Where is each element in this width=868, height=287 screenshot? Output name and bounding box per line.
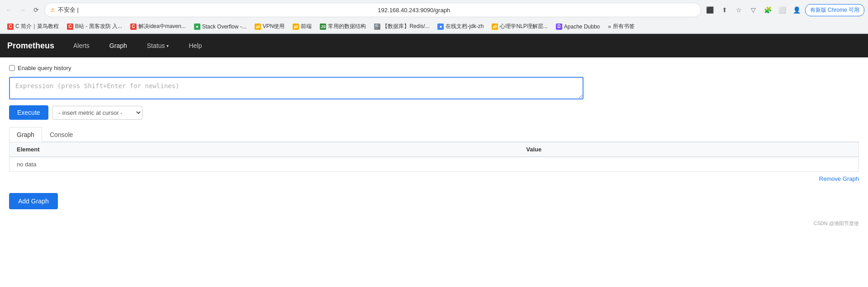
address-bar[interactable]: ⚠ 不安全 | 192.168.40.243:9090/graph xyxy=(44,3,701,17)
bookmark-icon: 📁 xyxy=(293,24,299,30)
bookmark-button[interactable]: ☆ xyxy=(733,4,745,16)
query-history-text: Enable query history xyxy=(18,65,71,71)
account-button[interactable]: 👤 xyxy=(791,4,803,16)
bookmark-icon: D xyxy=(556,24,562,30)
metric-selector[interactable]: - insert metric at cursor - xyxy=(52,106,142,120)
update-chrome-button[interactable]: 有新版 Chrome 可用 xyxy=(805,4,864,16)
extensions-button[interactable]: 🧩 xyxy=(762,4,774,16)
bookmark-label: C 简介｜菜鸟教程 xyxy=(15,23,59,30)
remove-graph-link[interactable]: Remove Graph xyxy=(819,175,859,182)
bookmark-redis[interactable]: 🔍 【数据库】Redis/... xyxy=(370,22,433,31)
forward-button[interactable]: → xyxy=(17,5,28,15)
bookmark-label: 所有书签 xyxy=(613,23,635,30)
window-button[interactable]: ⬜ xyxy=(776,4,789,16)
nav-status[interactable]: Status ▾ xyxy=(142,38,175,53)
prometheus-brand[interactable]: Prometheus xyxy=(7,41,54,51)
query-controls: Execute - insert metric at cursor - xyxy=(9,105,859,120)
bookmark-icon: 📁 xyxy=(255,24,261,30)
bookmark-label: 心理学NLP理解层... xyxy=(500,23,547,30)
profile-button[interactable]: ▽ xyxy=(747,4,760,16)
bookmark-label: B站 - 黑客攻防 入... xyxy=(75,23,122,30)
expression-input[interactable] xyxy=(9,77,583,99)
bookmark-icon: 📁 xyxy=(492,24,498,30)
nav-help[interactable]: Help xyxy=(183,38,207,53)
browser-actions: ⬛ ⬆ ☆ ▽ 🧩 ⬜ 👤 有新版 Chrome 可用 xyxy=(704,4,864,16)
bookmark-icon: 🔍 xyxy=(374,24,380,30)
nav-alerts[interactable]: Alerts xyxy=(68,38,95,53)
bookmark-label: 前端 xyxy=(301,23,312,30)
bookmark-maven[interactable]: C 解决idea中maven... xyxy=(127,22,190,31)
back-button[interactable]: ← xyxy=(4,5,14,15)
bookmark-label: 解决idea中maven... xyxy=(138,23,186,30)
tab-graph[interactable]: Graph xyxy=(9,127,42,142)
bookmark-data-structures[interactable]: JS 常用的数据结构 xyxy=(316,22,370,31)
url-text: 不安全 | xyxy=(58,6,375,14)
results-table: Element Value no data xyxy=(9,142,859,172)
bookmark-icon: ● xyxy=(194,24,200,30)
execute-button[interactable]: Execute xyxy=(9,105,48,120)
query-history-label[interactable]: Enable query history xyxy=(9,65,71,71)
bookmark-nlp[interactable]: 📁 心理学NLP理解层... xyxy=(488,22,551,31)
status-dropdown-arrow: ▾ xyxy=(166,43,169,48)
footer-text: CSDN @渔阳节度使 xyxy=(814,221,859,226)
bookmark-csdn-c[interactable]: C C 简介｜菜鸟教程 xyxy=(4,22,62,31)
add-graph-button[interactable]: Add Graph xyxy=(9,193,58,209)
bookmark-icon: JS xyxy=(320,24,326,30)
main-content: Enable query history Execute - insert me… xyxy=(0,57,868,216)
bookmark-jdk[interactable]: ● 在线文档-jdk-zh xyxy=(434,22,487,31)
share-button[interactable]: ⬆ xyxy=(718,4,731,16)
col-value-header: Value xyxy=(519,142,859,157)
browser-chrome: ← → ⟳ ⚠ 不安全 | 192.168.40.243:9090/graph … xyxy=(0,0,868,34)
query-history-row: Enable query history xyxy=(9,65,859,71)
tabs-row: Graph Console xyxy=(9,127,859,142)
bookmark-label: 在线文档-jdk-zh xyxy=(446,23,484,30)
bookmark-label: VPN使用 xyxy=(263,23,285,30)
bookmark-label: » xyxy=(608,24,611,30)
bookmark-label: Apache Dubbo xyxy=(564,24,600,30)
table-header-row: Element Value xyxy=(9,142,859,157)
bookmark-label: 【数据库】Redis/... xyxy=(382,23,429,30)
bookmark-vpn[interactable]: 📁 VPN使用 xyxy=(251,22,289,31)
bookmark-dubbo[interactable]: D Apache Dubbo xyxy=(552,23,603,31)
bookmark-label: Stack Overflow -... xyxy=(202,24,247,30)
reload-button[interactable]: ⟳ xyxy=(31,5,42,15)
bookmark-icon: ● xyxy=(437,24,444,30)
bookmark-all[interactable]: » 所有书签 xyxy=(604,22,638,31)
bookmark-frontend[interactable]: 📁 前端 xyxy=(289,22,315,31)
no-data-cell: no data xyxy=(9,157,859,172)
bookmark-icon: C xyxy=(67,24,73,30)
col-element-header: Element xyxy=(9,142,519,157)
remove-graph-row: Remove Graph xyxy=(9,172,859,186)
prometheus-navbar: Prometheus Alerts Graph Status ▾ Help xyxy=(0,34,868,57)
bookmark-icon: C xyxy=(130,24,137,30)
page-footer: CSDN @渔阳节度使 xyxy=(0,216,868,231)
tab-console[interactable]: Console xyxy=(42,127,81,142)
bookmark-label: 常用的数据结构 xyxy=(328,23,366,30)
query-history-checkbox[interactable] xyxy=(9,65,15,71)
nav-graph[interactable]: Graph xyxy=(104,38,133,53)
bookmark-stackoverflow[interactable]: ● Stack Overflow -... xyxy=(190,23,250,31)
browser-toolbar: ← → ⟳ ⚠ 不安全 | 192.168.40.243:9090/graph … xyxy=(0,0,868,20)
security-icon: ⚠ xyxy=(50,7,55,13)
cast-button[interactable]: ⬛ xyxy=(704,4,716,16)
url-value: 192.168.40.243:9090/graph xyxy=(378,7,695,14)
bookmark-icon: C xyxy=(7,24,14,30)
bookmark-bilibili[interactable]: C B站 - 黑客攻防 入... xyxy=(63,22,126,31)
bookmarks-bar: C C 简介｜菜鸟教程 C B站 - 黑客攻防 入... C 解决idea中ma… xyxy=(0,20,868,33)
table-row: no data xyxy=(9,157,859,172)
